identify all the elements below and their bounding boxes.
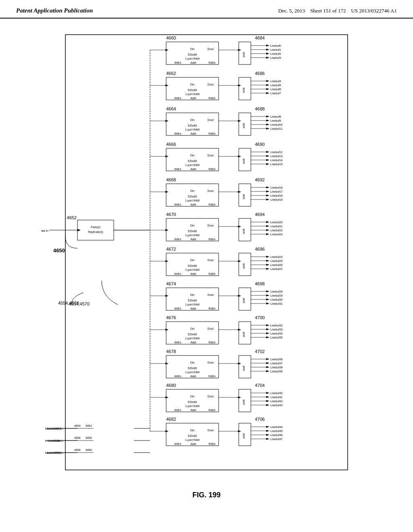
- svg-text:520x80: 520x80: [188, 367, 197, 370]
- svg-text:Linebuf17: Linebuf17: [270, 190, 283, 193]
- figure-label: FIG. 199: [192, 491, 221, 499]
- svg-text:520x80: 520x80: [188, 89, 197, 91]
- svg-text:WrEn: WrEn: [174, 168, 181, 170]
- svg-marker-122: [266, 159, 269, 161]
- svg-text:WrEn: WrEn: [174, 307, 181, 310]
- svg-text:Din: Din: [190, 429, 195, 432]
- header-info: Dec. 5, 2013 Sheet 151 of 172 US 2013/03…: [278, 7, 397, 15]
- svg-text:Linebuf3: Linebuf3: [270, 56, 281, 59]
- svg-text:RdEn: RdEn: [209, 272, 216, 275]
- svg-text:shift: shift: [242, 123, 245, 129]
- diagram-container: text { font-family: Arial, sans-serif; }…: [41, 23, 372, 488]
- svg-text:1-port RAM: 1-port RAM: [185, 128, 200, 131]
- svg-text:520x80: 520x80: [188, 53, 197, 56]
- svg-marker-119: [266, 155, 269, 157]
- svg-text:Addr: Addr: [190, 443, 196, 445]
- svg-marker-175: [266, 225, 269, 227]
- svg-text:4696: 4696: [255, 247, 265, 251]
- svg-text:4664: 4664: [166, 106, 176, 111]
- svg-text:RdEn: RdEn: [209, 97, 216, 100]
- svg-text:WrEn: WrEn: [174, 238, 181, 241]
- svg-marker-324: [238, 397, 241, 399]
- svg-text:shift: shift: [242, 88, 245, 93]
- svg-text:Linebuf7: Linebuf7: [270, 92, 281, 95]
- svg-text:Linebuf30: Linebuf30: [270, 298, 283, 301]
- svg-text:4690: 4690: [255, 142, 265, 147]
- svg-marker-60: [266, 80, 269, 82]
- svg-text:1-port RAM: 1-port RAM: [185, 164, 200, 167]
- svg-marker-186: [165, 229, 169, 231]
- svg-text:4698: 4698: [255, 281, 265, 286]
- svg-text:Addr: Addr: [190, 375, 196, 378]
- svg-text:Linebuf6: Linebuf6: [270, 88, 281, 91]
- svg-text:Replicate(4): Replicate(4): [88, 231, 103, 234]
- svg-text:WrEn: WrEn: [174, 97, 181, 100]
- svg-text:4660: 4660: [166, 35, 176, 40]
- svg-text:Linebuf1: Linebuf1: [270, 48, 281, 51]
- svg-text:WrEn: WrEn: [174, 409, 181, 411]
- svg-text:Linebuf2: Linebuf2: [270, 52, 281, 55]
- svg-text:1-port RAM: 1-port RAM: [185, 199, 200, 202]
- svg-text:WrEn: WrEn: [174, 272, 181, 275]
- svg-text:RdEn: RdEn: [209, 443, 216, 445]
- svg-text:4670: 4670: [166, 212, 176, 217]
- svg-marker-240: [238, 295, 241, 297]
- svg-text:4682: 4682: [166, 417, 176, 422]
- page-header: Patent Application Publication Dec. 5, 2…: [0, 0, 413, 19]
- svg-text:Din: Din: [190, 293, 195, 296]
- svg-text:520x80: 520x80: [188, 401, 197, 403]
- svg-text:shift: shift: [242, 366, 245, 371]
- svg-text:4700: 4700: [255, 315, 265, 320]
- svg-text:Addr: Addr: [190, 168, 196, 170]
- svg-text:Linebuf34: Linebuf34: [270, 332, 283, 335]
- svg-text:Din: Din: [190, 118, 195, 121]
- svg-text:4658: 4658: [74, 449, 81, 451]
- svg-text:RdEn: RdEn: [209, 238, 216, 241]
- svg-marker-88: [266, 116, 269, 118]
- svg-text:Addr: Addr: [190, 132, 196, 135]
- svg-text:Linebuf18: Linebuf18: [270, 194, 283, 197]
- svg-text:4652: 4652: [67, 215, 77, 220]
- svg-marker-312: [266, 392, 269, 394]
- svg-text:Linebuf24: Linebuf24: [270, 256, 283, 258]
- svg-text:LinebufRdEn: LinebufRdEn: [45, 451, 62, 454]
- svg-text:Linebuf37: Linebuf37: [270, 362, 283, 365]
- svg-marker-74: [165, 85, 169, 87]
- svg-text:1-port RAM: 1-port RAM: [185, 234, 200, 237]
- svg-text:Din: Din: [190, 395, 195, 398]
- svg-text:Linebuf21: Linebuf21: [270, 225, 283, 228]
- svg-text:4554,4570: 4554,4570: [69, 301, 90, 306]
- svg-marker-321: [266, 404, 269, 406]
- svg-text:Linebuf20: Linebuf20: [270, 221, 283, 224]
- svg-text:Linebuf11: Linebuf11: [270, 127, 283, 130]
- svg-text:Data In: Data In: [41, 229, 48, 232]
- svg-marker-63: [266, 84, 269, 86]
- svg-marker-293: [266, 370, 269, 372]
- svg-text:shift: shift: [242, 194, 245, 200]
- svg-marker-352: [238, 430, 241, 432]
- svg-text:Linebuf15: Linebuf15: [270, 163, 283, 166]
- svg-text:1-port RAM: 1-port RAM: [185, 303, 200, 306]
- svg-marker-214: [165, 260, 169, 262]
- svg-text:LinebufWrEn: LinebufWrEn: [45, 427, 61, 430]
- svg-text:Linebuf12: Linebuf12: [270, 151, 283, 154]
- svg-marker-41: [266, 57, 269, 59]
- svg-marker-35: [266, 49, 269, 51]
- svg-text:Linebuf29: Linebuf29: [270, 294, 283, 297]
- svg-marker-262: [266, 332, 269, 335]
- svg-marker-346: [266, 434, 269, 436]
- svg-marker-231: [266, 295, 269, 297]
- svg-marker-200: [266, 256, 269, 258]
- svg-marker-228: [266, 291, 269, 293]
- svg-text:4666: 4666: [166, 142, 176, 147]
- svg-text:RdEn: RdEn: [209, 132, 216, 135]
- svg-marker-72: [238, 85, 241, 87]
- svg-marker-298: [165, 363, 169, 365]
- svg-marker-209: [266, 268, 269, 270]
- svg-marker-184: [238, 226, 241, 228]
- patent-number: US 2013/0322746 A1: [351, 8, 397, 14]
- svg-marker-91: [266, 120, 269, 122]
- svg-text:520x80: 520x80: [188, 264, 197, 267]
- svg-marker-268: [238, 329, 241, 331]
- svg-marker-242: [165, 295, 169, 297]
